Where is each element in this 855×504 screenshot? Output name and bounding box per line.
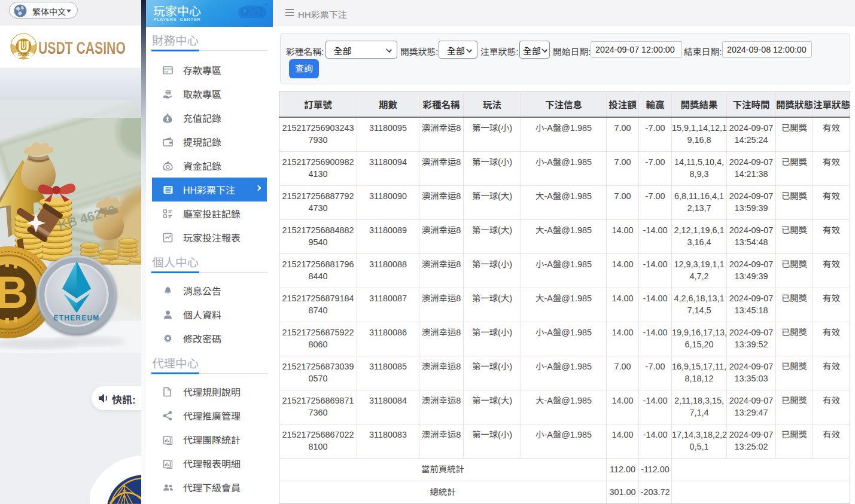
svg-text:ETHEREUM: ETHEREUM xyxy=(54,314,100,322)
svg-text:B: B xyxy=(0,267,28,317)
svg-text:CASINO: CASINO xyxy=(18,53,30,56)
